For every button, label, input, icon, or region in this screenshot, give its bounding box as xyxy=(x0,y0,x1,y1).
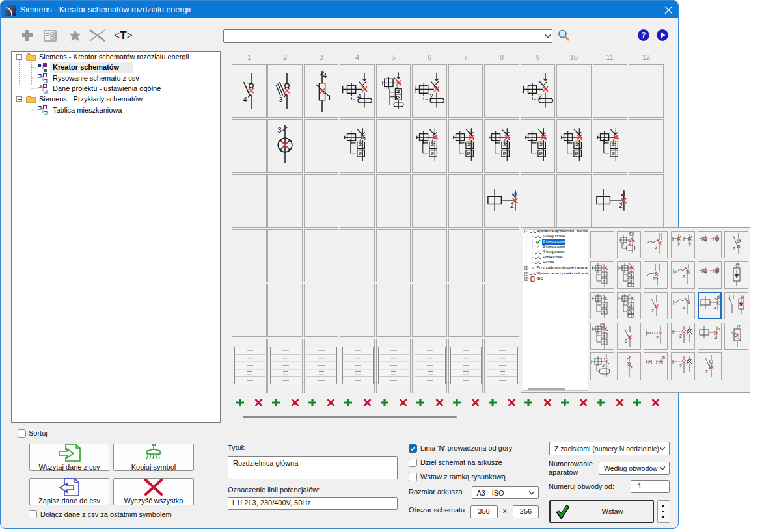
svg-text:2: 2 xyxy=(656,336,659,340)
svg-text:2: 2 xyxy=(625,339,627,343)
svg-text:d: d xyxy=(622,191,625,197)
svg-text:2: 2 xyxy=(683,305,685,310)
svg-text:2: 2 xyxy=(510,202,514,209)
svg-text:2: 2 xyxy=(679,364,682,368)
svg-text:2: 2 xyxy=(677,243,680,247)
svg-text:2: 2 xyxy=(688,243,691,247)
svg-text:2: 2 xyxy=(602,363,605,367)
svg-text:2: 2 xyxy=(714,305,716,310)
svg-text:2: 2 xyxy=(737,263,740,268)
svg-text:2: 2 xyxy=(655,245,657,250)
svg-text:1: 1 xyxy=(431,139,433,144)
svg-text:2: 2 xyxy=(738,325,741,329)
svg-text:1: 1 xyxy=(467,139,470,144)
svg-text:d: d xyxy=(513,191,517,197)
svg-text:3: 3 xyxy=(278,126,282,134)
svg-text:2: 2 xyxy=(733,246,735,251)
svg-text:1: 1 xyxy=(612,139,614,144)
svg-text:2: 2 xyxy=(683,274,685,279)
svg-text:2: 2 xyxy=(619,202,623,209)
svg-text:4: 4 xyxy=(323,72,327,79)
svg-text:2: 2 xyxy=(651,308,654,313)
svg-text:1: 1 xyxy=(575,139,578,144)
svg-text:2: 2 xyxy=(705,369,708,374)
svg-text:2: 2 xyxy=(630,366,633,370)
svg-text:4: 4 xyxy=(243,96,247,103)
svg-text:1: 1 xyxy=(359,139,362,144)
svg-text:1: 1 xyxy=(503,139,506,144)
svg-text:2: 2 xyxy=(742,294,744,299)
svg-text:3: 3 xyxy=(714,335,717,339)
svg-text:1: 1 xyxy=(539,139,542,144)
svg-text:25: 25 xyxy=(653,276,658,281)
svg-text:d: d xyxy=(717,295,720,299)
svg-text:b: b xyxy=(662,355,665,360)
svg-text:b: b xyxy=(717,326,720,331)
svg-text:3: 3 xyxy=(279,96,283,103)
svg-text:2: 2 xyxy=(679,334,682,338)
svg-text:2: 2 xyxy=(629,241,631,245)
